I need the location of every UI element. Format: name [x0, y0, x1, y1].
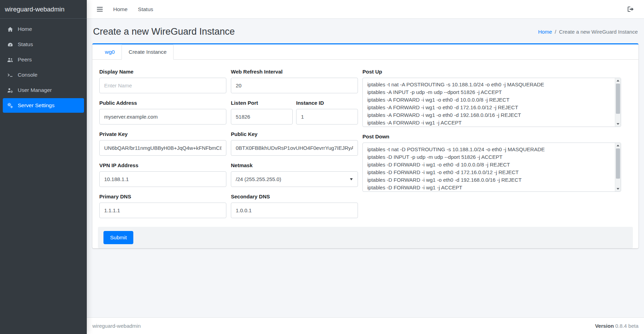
navbar-link-home[interactable]: Home [108, 3, 133, 16]
post-down-scrollbar[interactable] [615, 143, 621, 191]
main-column: Home Status Create a new WireGuard Insta… [87, 0, 644, 334]
sidebar-nav: Home Status Peers Console [0, 19, 87, 117]
sidebar-item-label: Peers [18, 57, 32, 63]
port-id-row: Listen Port Instance ID [231, 100, 358, 131]
vpn-ip-label: VPN IP Address [99, 162, 226, 168]
top-navbar: Home Status [87, 0, 644, 19]
form-column-left: Display Name Public Address Private Key [99, 69, 226, 225]
sidebar-item-status[interactable]: Status [3, 37, 84, 52]
breadcrumb-separator: / [555, 29, 556, 35]
listen-port-input[interactable] [231, 109, 293, 125]
public-key-input[interactable] [231, 140, 358, 156]
display-name-label: Display Name [99, 69, 226, 75]
web-refresh-input[interactable] [231, 78, 358, 93]
form-column-middle: Web Refresh Interval Listen Port Instanc… [231, 69, 358, 225]
sidebar-item-label: Status [18, 41, 33, 48]
secondary-dns-label: Secondary DNS [231, 194, 358, 199]
server-settings-icon [6, 102, 14, 109]
form-column-right: Post Up iptables -t nat -A POSTROUTING -… [362, 69, 621, 198]
page-title: Create a new WireGuard Instance [93, 26, 235, 37]
peers-icon [6, 57, 14, 63]
private-key-label: Private Key [99, 131, 226, 137]
breadcrumb: Home / Create a new WireGuard Instance [538, 29, 638, 35]
sidebar-item-peers[interactable]: Peers [3, 52, 84, 67]
post-down-textarea-box: iptables -t nat -D POSTROUTING -s 10.188… [362, 143, 621, 192]
vpn-ip-input[interactable] [99, 171, 226, 187]
private-key-input[interactable] [99, 140, 226, 156]
sidebar-item-label: Home [18, 26, 32, 32]
logout-button[interactable] [622, 3, 639, 15]
home-icon [6, 26, 14, 32]
instance-card: wg0 Create Instance Display Name Public … [92, 43, 638, 248]
post-up-scrollbar[interactable] [615, 78, 621, 127]
scroll-down-icon[interactable] [615, 186, 621, 191]
netmask-select[interactable]: /24 (255.255.255.0) [231, 171, 358, 187]
footer-brand: wireguard-webadmin [92, 323, 141, 329]
page-footer: wireguard-webadmin Version 0.8.4 beta [87, 317, 644, 334]
breadcrumb-current: Create a new WireGuard Instance [559, 29, 638, 35]
scrollbar-thumb[interactable] [616, 84, 620, 114]
instance-id-input[interactable] [296, 109, 358, 125]
scrollbar-thumb[interactable] [616, 148, 620, 179]
hamburger-icon [97, 7, 103, 12]
navbar-link-status[interactable]: Status [133, 3, 158, 16]
netmask-label: Netmask [231, 162, 358, 168]
instance-form: Display Name Public Address Private Key [92, 60, 638, 225]
tab-create-instance[interactable]: Create Instance [122, 44, 173, 60]
instance-tabs: wg0 Create Instance [98, 44, 633, 59]
user-manager-icon [6, 87, 14, 93]
breadcrumb-home-link[interactable]: Home [538, 29, 552, 35]
primary-dns-label: Primary DNS [99, 194, 226, 199]
primary-dns-input[interactable] [99, 203, 226, 218]
public-address-input[interactable] [99, 109, 226, 125]
submit-band: Submit [98, 227, 633, 248]
submit-button[interactable]: Submit [103, 231, 133, 244]
post-up-textarea-box: iptables -t nat -A POSTROUTING -s 10.188… [362, 78, 621, 127]
instance-id-label: Instance ID [296, 100, 358, 106]
console-icon [6, 72, 14, 78]
post-down-textarea[interactable]: iptables -t nat -D POSTROUTING -s 10.188… [363, 143, 615, 191]
post-up-textarea[interactable]: iptables -t nat -A POSTROUTING -s 10.188… [363, 78, 615, 127]
content-area: Create a new WireGuard Instance Home / C… [87, 19, 644, 317]
public-key-label: Public Key [231, 131, 358, 137]
web-refresh-label: Web Refresh Interval [231, 69, 358, 75]
netmask-select-wrap: /24 (255.255.255.0) [231, 171, 358, 187]
sidebar-item-home[interactable]: Home [3, 22, 84, 36]
tab-wg0[interactable]: wg0 [98, 44, 122, 60]
sidebar-item-user-manager[interactable]: User Manager [3, 83, 84, 97]
navbar-left: Home Status [92, 3, 158, 16]
sidebar-item-label: User Manager [18, 87, 52, 93]
status-icon [6, 42, 14, 48]
app-root: wireguard-webadmin Home Status Peers [0, 0, 644, 334]
post-up-label: Post Up [362, 69, 621, 75]
sidebar: wireguard-webadmin Home Status Peers [0, 0, 87, 334]
display-name-input[interactable] [99, 78, 226, 93]
scroll-down-icon[interactable] [615, 121, 621, 127]
sidebar-item-label: Server Settings [18, 102, 55, 109]
sidebar-item-label: Console [18, 72, 37, 78]
version-text: Version 0.8.4 beta [595, 323, 638, 329]
listen-port-label: Listen Port [231, 100, 293, 106]
scroll-up-icon[interactable] [615, 78, 621, 83]
secondary-dns-input[interactable] [231, 203, 358, 218]
sidebar-toggle-button[interactable] [92, 3, 108, 15]
scroll-up-icon[interactable] [615, 143, 621, 148]
public-address-label: Public Address [99, 100, 226, 106]
content-header: Create a new WireGuard Instance Home / C… [92, 24, 638, 43]
sidebar-item-server-settings[interactable]: Server Settings [3, 98, 84, 113]
card-header: wg0 Create Instance [92, 44, 638, 60]
sidebar-item-console[interactable]: Console [3, 68, 84, 82]
post-down-label: Post Down [362, 134, 621, 139]
sign-out-icon [627, 6, 634, 12]
brand-link[interactable]: wireguard-webadmin [0, 0, 87, 19]
